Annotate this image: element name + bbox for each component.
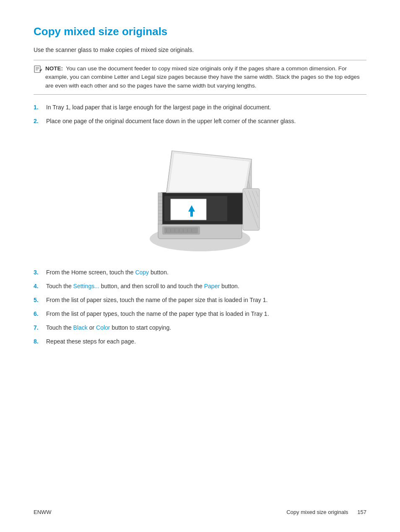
footer-right: Copy mixed size originals 157 [286, 509, 366, 515]
step-text: From the Home screen, touch the Copy but… [46, 268, 169, 277]
step-number: 3. [34, 268, 46, 277]
list-item: 6. From the list of paper types, touch t… [34, 310, 366, 318]
list-item: 3. From the Home screen, touch the Copy … [34, 268, 366, 277]
note-content: NOTE: You can use the document feeder to… [45, 65, 366, 90]
note-label: NOTE: [45, 65, 63, 72]
svg-rect-19 [190, 212, 193, 217]
step-text: Touch the Settings... button, and then s… [46, 282, 239, 291]
list-item: 1. In Tray 1, load paper that is large e… [34, 103, 366, 112]
svg-rect-7 [164, 227, 198, 233]
intro-text: Use the scanner glass to make copies of … [34, 46, 366, 53]
steps-list-2: 3. From the Home screen, touch the Copy … [34, 268, 366, 346]
step-number: 4. [34, 282, 46, 291]
step-number: 7. [34, 323, 46, 332]
list-item: 2. Place one page of the original docume… [34, 117, 366, 126]
list-item: 7. Touch the Black or Color button to st… [34, 323, 366, 332]
step-text: In Tray 1, load paper that is large enou… [46, 103, 271, 112]
page-title: Copy mixed size originals [34, 25, 366, 38]
step-text: Touch the Black or Color button to start… [46, 323, 171, 332]
scanner-illustration [137, 134, 263, 256]
step-text: From the list of paper types, touch the … [46, 310, 269, 318]
list-item: 8. Repeat these steps for each page. [34, 337, 366, 346]
footer-chapter: Copy mixed size originals [286, 509, 348, 515]
scanner-image [34, 134, 366, 256]
paper-link: Paper [204, 283, 220, 289]
svg-rect-37 [158, 193, 162, 224]
footer-page-number: 157 [357, 509, 366, 515]
footer-left: ENWW [34, 509, 52, 515]
step-text: Place one page of the original document … [46, 117, 296, 126]
step-text: Repeat these steps for each page. [46, 337, 136, 346]
svg-rect-0 [34, 66, 40, 72]
list-item: 5. From the list of paper sizes, touch t… [34, 296, 366, 305]
svg-rect-17 [171, 199, 206, 220]
copy-link: Copy [135, 269, 149, 276]
steps-list: 1. In Tray 1, load paper that is large e… [34, 103, 366, 126]
note-box: NOTE: You can use the document feeder to… [34, 60, 366, 95]
page: Copy mixed size originals Use the scanne… [0, 0, 400, 532]
step-number: 5. [34, 296, 46, 305]
settings-link: Settings... [73, 283, 99, 289]
note-icon [34, 65, 42, 75]
step-number: 2. [34, 117, 46, 126]
page-footer: ENWW Copy mixed size originals 157 [34, 509, 366, 515]
step-number: 6. [34, 310, 46, 318]
color-link: Color [96, 324, 110, 331]
note-text: You can use the document feeder to copy … [45, 65, 360, 89]
step-number: 1. [34, 103, 46, 112]
step-text: From the list of paper sizes, touch the … [46, 296, 268, 305]
black-link: Black [73, 324, 88, 331]
list-item: 4. Touch the Settings... button, and the… [34, 282, 366, 291]
step-number: 8. [34, 337, 46, 346]
